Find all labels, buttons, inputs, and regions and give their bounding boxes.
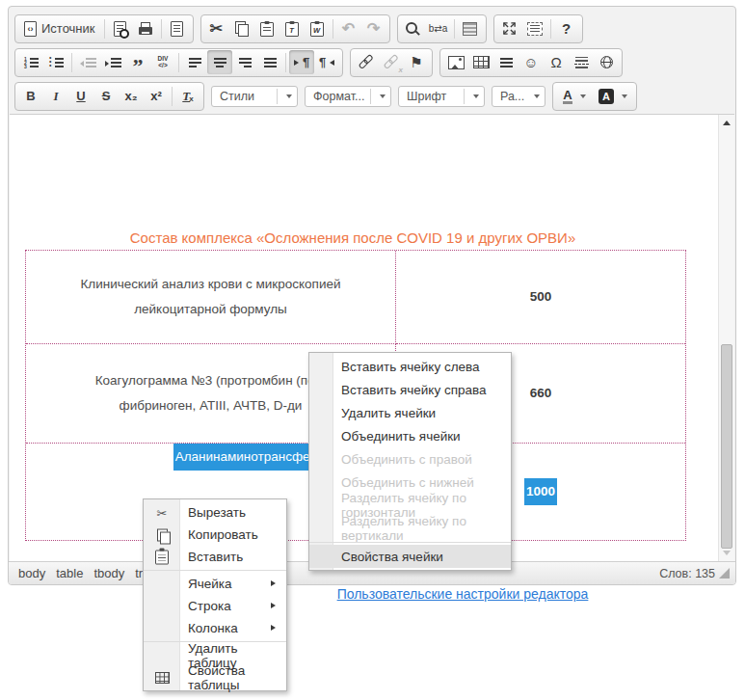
search-icon: [406, 22, 417, 34]
breadcrumb-table[interactable]: table: [56, 566, 83, 580]
link-button[interactable]: [354, 50, 379, 74]
paste-plain-text-button[interactable]: T: [279, 16, 305, 40]
menu-item-delete-cells[interactable]: Удалить ячейки: [309, 401, 511, 424]
blockquote-button[interactable]: ”: [125, 50, 150, 74]
div-label-bottom: </>: [158, 63, 167, 69]
toolbar-group-insert: ☺ Ω: [439, 48, 623, 77]
menu-item-merge-cells[interactable]: Объединить ячейки: [309, 424, 511, 447]
find-button[interactable]: [401, 16, 426, 40]
table-icon: [473, 56, 490, 68]
anchor-button[interactable]: ⚑: [404, 50, 429, 74]
price-value: 500: [530, 284, 552, 310]
separator: [454, 19, 455, 39]
ltr-icon: ¶: [294, 56, 309, 68]
insert-image-button[interactable]: [443, 50, 468, 74]
paste-icon: [260, 22, 274, 37]
numbered-list-button[interactable]: [18, 50, 43, 74]
menu-item-column[interactable]: Колонка: [144, 617, 286, 639]
menu-item-cut[interactable]: ✂ Вырезать: [144, 501, 286, 524]
templates-button[interactable]: [165, 16, 190, 40]
table-cell[interactable]: 500: [396, 251, 685, 344]
about-button[interactable]: ?: [554, 16, 579, 40]
breadcrumb-tr[interactable]: tr: [135, 566, 143, 580]
submenu-arrow-icon: [271, 603, 279, 608]
menu-item-label: Свойства ячейки: [341, 550, 443, 564]
align-right-button[interactable]: [232, 50, 257, 74]
maximize-icon: [502, 21, 517, 36]
align-left-icon: [189, 62, 201, 64]
preview-button[interactable]: [108, 16, 133, 40]
menu-item-insert-cell-right[interactable]: Вставить ячейку справа: [309, 378, 511, 401]
page: { "toolbar": { "source_label": "Источник…: [0, 0, 745, 700]
paste-button[interactable]: [254, 16, 279, 40]
div-container-button[interactable]: DIV </>: [150, 50, 175, 74]
menu-item-insert-cell-left[interactable]: Вставить ячейку слева: [309, 355, 511, 378]
text-direction-ltr-button[interactable]: ¶: [289, 50, 314, 74]
styles-combo[interactable]: Стили: [211, 86, 298, 107]
size-combo[interactable]: Ра...: [492, 86, 545, 107]
menu-item-split-cell-vertically: Разделить ячейку по вертикали: [309, 517, 511, 540]
superscript-icon: x²: [150, 89, 162, 103]
superscript-button[interactable]: x²: [144, 84, 169, 108]
font-combo[interactable]: Шрифт: [398, 86, 485, 107]
format-combo[interactable]: Формат...: [305, 86, 391, 107]
undo-icon: ↶: [342, 21, 355, 37]
breadcrumb-body[interactable]: body: [18, 566, 45, 580]
clipboard-lines: [263, 27, 271, 33]
menu-item-label: Удалить ячейки: [341, 406, 436, 420]
maximize-button[interactable]: [497, 16, 522, 40]
source-icon: [24, 21, 37, 37]
increase-indent-button[interactable]: [100, 50, 125, 74]
arrow-right-shape: [294, 60, 302, 66]
paste-from-word-button[interactable]: W: [305, 16, 330, 40]
page-break-button[interactable]: [569, 50, 594, 74]
iframe-button[interactable]: [594, 50, 619, 74]
editor-settings-link[interactable]: Пользовательские настройки редактора: [337, 586, 589, 602]
scrollbar-thumb[interactable]: [721, 344, 732, 549]
vertical-scrollbar[interactable]: [718, 115, 734, 561]
scroll-up-button[interactable]: [719, 116, 734, 130]
text-direction-rtl-button[interactable]: ¶: [314, 50, 339, 74]
table-cell[interactable]: Клинический анализ крови с микроскопией …: [26, 251, 396, 344]
special-char-button[interactable]: Ω: [544, 50, 569, 74]
italic-button[interactable]: I: [43, 84, 68, 108]
menu-item-cell[interactable]: Ячейка: [144, 573, 286, 595]
print-button[interactable]: [133, 16, 158, 40]
cut-button[interactable]: ✂: [204, 16, 229, 40]
resize-grip[interactable]: [719, 568, 730, 579]
replace-button[interactable]: b⇄a: [426, 16, 451, 40]
smiley-button[interactable]: ☺: [519, 50, 544, 74]
text-color-button[interactable]: A: [556, 84, 593, 108]
menu-item-cell-properties[interactable]: Свойства ячейки: [309, 545, 511, 568]
table-properties-icon: [152, 672, 172, 684]
align-center-button[interactable]: [207, 50, 232, 74]
separator: [550, 19, 551, 39]
toolbar-group-document: Источник: [14, 14, 194, 43]
justify-button[interactable]: [257, 50, 282, 74]
menu-item-paste[interactable]: Вставить: [144, 546, 286, 568]
strikethrough-button[interactable]: S: [93, 84, 119, 108]
show-blocks-button[interactable]: [522, 16, 547, 40]
bulleted-list-button[interactable]: [43, 50, 68, 74]
align-left-button[interactable]: [182, 50, 207, 74]
copy-button[interactable]: [229, 16, 254, 40]
scroll-down-button[interactable]: [719, 546, 734, 560]
toolbar-group-paragraph: ” DIV </> ¶ ¶: [14, 48, 343, 77]
separator: [104, 19, 105, 39]
breadcrumb-tbody[interactable]: tbody: [93, 566, 124, 580]
remove-format-button[interactable]: Tx: [175, 84, 200, 108]
select-all-button[interactable]: [458, 16, 483, 40]
subscript-button[interactable]: x₂: [119, 84, 144, 108]
menu-item-table-properties[interactable]: Свойства таблицы: [144, 666, 286, 688]
menu-item-copy[interactable]: Копировать: [144, 524, 286, 546]
bold-button[interactable]: B: [18, 84, 43, 108]
insert-table-button[interactable]: [468, 50, 493, 74]
horizontal-rule-button[interactable]: [493, 50, 519, 74]
source-button[interactable]: Источник: [18, 16, 101, 40]
underline-button[interactable]: U: [68, 84, 93, 108]
cut-icon: ✂: [210, 21, 223, 37]
menu-item-row[interactable]: Строка: [144, 595, 286, 617]
background-color-button[interactable]: A: [593, 84, 633, 108]
arrow-up-icon: [723, 117, 731, 125]
numbered-list-icon: [30, 58, 39, 67]
